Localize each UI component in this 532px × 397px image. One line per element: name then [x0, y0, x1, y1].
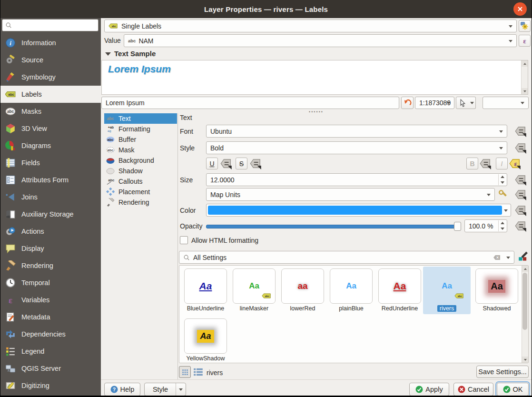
opacity-spinbox[interactable]: 100.0 % [464, 219, 507, 232]
tab-placement[interactable]: Placement [104, 187, 177, 197]
scroll-down-icon[interactable] [522, 88, 528, 94]
sidebar-item-joins[interactable]: Joins [0, 189, 101, 206]
3d-view-icon [5, 123, 16, 134]
tab-callouts[interactable]: abcCallouts [104, 176, 177, 187]
style-manager-button[interactable] [518, 251, 530, 263]
style-card-shadowed[interactable]: Aa Shadowed [473, 268, 521, 312]
scroll-up-icon[interactable] [522, 266, 528, 272]
font-select[interactable]: Ubuntu [206, 125, 507, 138]
tab-rendering[interactable]: Rendering [104, 197, 177, 208]
sidebar-item-labels[interactable]: abcLabels [0, 86, 101, 103]
preview-background-select[interactable] [483, 97, 529, 109]
label-mode-select[interactable]: Single Labels [104, 20, 517, 32]
sidebar-item-auxiliary-storage[interactable]: Auxiliary Storage [0, 206, 101, 223]
icon-view-button[interactable] [179, 366, 191, 378]
font-override-button[interactable] [515, 125, 527, 137]
allow-html-checkbox[interactable] [180, 236, 188, 244]
sidebar-item-fields[interactable]: Fields [0, 154, 101, 171]
italic-override-button[interactable] [509, 158, 521, 169]
sidebar-item-digitizing[interactable]: Digitizing [0, 377, 101, 394]
apply-check-icon [415, 386, 423, 393]
style-card-rivers[interactable]: Aa rivers [423, 267, 471, 314]
spin-arrows[interactable] [498, 174, 506, 185]
automated-placement-settings-button[interactable] [519, 20, 531, 32]
style-card-yellowshadow[interactable]: Aa YellowShadow [182, 318, 229, 362]
collapse-triangle-icon[interactable] [105, 52, 111, 56]
preview-scrollbar[interactable] [521, 60, 528, 94]
tab-background[interactable]: Background [104, 155, 177, 166]
map-settings-dropdown[interactable] [469, 97, 476, 109]
sidebar-item-display[interactable]: Display [0, 240, 101, 257]
units-settings-button[interactable] [498, 189, 509, 200]
style-card-redunderline[interactable]: Aa RedUnderline [376, 268, 424, 312]
grid-scrollbar[interactable] [522, 266, 528, 363]
size-override-button[interactable] [515, 174, 527, 186]
sidebar-item-symbology[interactable]: Symbology [0, 69, 101, 86]
size-spinbox[interactable]: 12.0000 [206, 173, 507, 186]
color-override-button[interactable] [515, 204, 527, 216]
strikeout-override-button[interactable] [250, 158, 262, 169]
sidebar-item-diagrams[interactable]: Diagrams [0, 137, 101, 154]
underline-button[interactable]: U [206, 158, 218, 169]
sample-scale-select[interactable]: 1:1873089 [415, 97, 454, 109]
sidebar-item-information[interactable]: iInformation [0, 34, 101, 51]
reset-sample-button[interactable] [401, 97, 414, 109]
style-card-blueunderline[interactable]: Aa BlueUnderline [182, 268, 229, 312]
tab-text[interactable]: abcText [104, 113, 177, 124]
sidebar-item-qgis-server[interactable]: QGIS Server [0, 360, 101, 377]
svg-text:abc: abc [107, 116, 114, 121]
apply-button[interactable]: Apply [409, 383, 449, 396]
bold-button[interactable]: B [466, 158, 478, 169]
scroll-thumb[interactable] [522, 273, 527, 330]
list-view-button[interactable] [193, 367, 203, 377]
sidebar-item-dependencies[interactable]: Dependencies [0, 326, 101, 343]
bold-override-button[interactable] [480, 158, 492, 169]
tab-buffer[interactable]: abcBuffer [104, 134, 177, 145]
sidebar-item-variables[interactable]: εVariables [0, 291, 101, 308]
style-card-linemasker[interactable]: Aa lineMasker [230, 268, 278, 312]
color-picker-button[interactable] [206, 204, 511, 217]
tab-formatting[interactable]: +ab<cFormatting [104, 124, 177, 134]
style-card-plainblue[interactable]: Aa plainBlue [327, 268, 375, 312]
cancel-button[interactable]: Cancel [453, 383, 493, 396]
style-menu-button[interactable]: Style [144, 383, 186, 396]
size-units-select[interactable]: Map Units [206, 188, 495, 201]
close-button[interactable] [513, 2, 527, 16]
sidebar-item-actions[interactable]: Actions [0, 223, 101, 240]
scroll-up-icon[interactable] [522, 60, 528, 67]
opacity-slider-track[interactable] [206, 225, 461, 228]
italic-button[interactable]: I [496, 158, 508, 169]
save-settings-button[interactable]: Save Settings... [476, 366, 529, 378]
tab-mask[interactable]: abcMask [104, 145, 177, 155]
sample-text-input[interactable]: Lorem Ipsum [101, 97, 399, 109]
sidebar-item-masks[interactable]: abcMasks [0, 103, 101, 120]
sidebar-search-input[interactable] [2, 19, 99, 31]
chevron-down-icon [509, 25, 512, 28]
sidebar-item-rendering[interactable]: Rendering [0, 257, 101, 274]
sidebar-item-source[interactable]: Source [0, 51, 101, 69]
ok-button[interactable]: OK [497, 383, 529, 396]
style-card-lowerred[interactable]: aa lowerRed [279, 268, 326, 312]
underline-override-button[interactable] [220, 158, 232, 169]
help-button[interactable]: ? Help [104, 383, 140, 396]
opacity-slider-handle[interactable] [454, 222, 461, 231]
tab-shadow[interactable]: Shadow [104, 166, 177, 176]
opacity-override-button[interactable] [515, 220, 527, 232]
style-override-button[interactable] [515, 142, 527, 154]
scroll-down-icon[interactable] [522, 357, 528, 363]
map-settings-button[interactable] [456, 97, 469, 109]
sidebar-item-legend[interactable]: Legend [0, 343, 101, 360]
sidebar-item-metadata[interactable]: Metadata [0, 308, 101, 326]
sidebar-item-attributes-form[interactable]: Attributes Form [0, 171, 101, 189]
clear-icon[interactable]: × [493, 254, 501, 261]
sidebar-item-3d-view[interactable]: 3D View [0, 120, 101, 137]
style-search-input[interactable]: All Settings × [179, 251, 514, 264]
value-field-select[interactable]: abc NAM [124, 34, 517, 47]
style-select[interactable]: Bold [206, 141, 507, 154]
strikeout-button[interactable]: S [236, 158, 247, 169]
rendering-tab-icon [106, 198, 115, 207]
value-expression-button[interactable]: ε [519, 35, 531, 47]
sidebar-item-temporal[interactable]: Temporal [0, 274, 101, 291]
units-override-button[interactable] [515, 189, 527, 200]
spin-arrows[interactable] [498, 220, 506, 231]
